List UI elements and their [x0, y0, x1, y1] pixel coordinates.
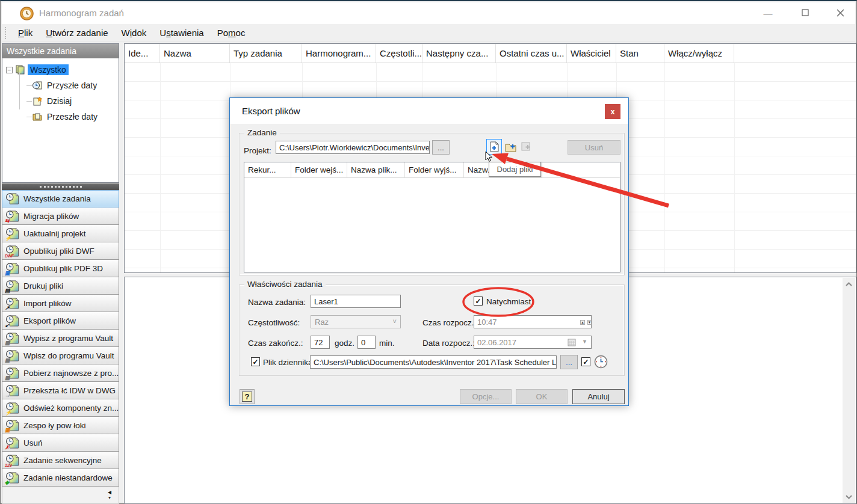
sidebar-item-label: Import plików — [23, 299, 72, 308]
chevron-down-icon[interactable]: ▼ — [582, 339, 587, 345]
add-folder-button[interactable] — [503, 139, 518, 155]
sidebar-item-label: Odśwież komponenty zn... — [23, 404, 119, 413]
task-page-clock-icon: ⚡ — [5, 402, 20, 414]
task-page-clock-icon: 123 — [5, 454, 20, 467]
add-disabled-icon — [521, 142, 531, 152]
column-header-ostatni-czas[interactable]: Ostatni czas u... — [496, 44, 567, 63]
task-type-button-list: Wszystkie zadania ⇆ Migracja plików ⚡ Ua… — [2, 190, 119, 487]
menu-item-plik[interactable]: Plik — [11, 25, 39, 40]
scroll-up-button[interactable] — [843, 278, 855, 290]
sidebar-item-label: Drukuj pliki — [23, 281, 63, 290]
sidebar-item-eksport-plikow[interactable]: ↙ Eksport plików — [2, 312, 119, 330]
vertical-scrollbar[interactable] — [843, 278, 855, 503]
data-rozpocz-input[interactable]: 02.06.2017 ▼ — [474, 336, 592, 349]
log-option-checkbox[interactable]: ✓ — [581, 357, 590, 366]
files-column-folder-wejsciowy[interactable]: Folder wejś... — [291, 162, 347, 177]
sidebar-item-zespoly-powloki[interactable]: ▣ Zespo ły pow łoki — [2, 417, 119, 434]
task-page-clock-icon: ▦ — [5, 367, 20, 380]
tree-item-przyszle-daty[interactable]: Przyszłe daty — [26, 78, 119, 93]
sidebar-item-opublikuj-plik-pdf-3d[interactable]: ▣ Opublikuj plik PDF 3D — [2, 260, 119, 277]
log-browse-button[interactable]: ... — [560, 355, 578, 369]
tree-header: Wszystkie zadania — [2, 44, 119, 58]
sidebar-item-zadanie-sekwencyjne[interactable]: 123 Zadanie sekwencyjne — [2, 452, 119, 469]
sidebar-item-opublikuj-pliki-dwf[interactable]: DWF Opublikuj pliki DWF — [2, 242, 119, 260]
czestotliwosc-select[interactable]: Raz ˅ — [311, 315, 401, 328]
column-header-harmonogram[interactable]: Harmonogram... — [302, 44, 376, 63]
sidebar-item-migracja-plikow[interactable]: ⇆ Migracja plików — [2, 207, 119, 225]
column-header-wlasciciel[interactable]: Właściciel — [567, 44, 616, 63]
tree-item-dzisiaj[interactable]: Dzisiaj — [26, 93, 119, 109]
projekt-label: Projekt: — [244, 146, 271, 155]
scroll-down-button[interactable] — [843, 491, 855, 503]
sidebar-item-odswiez-komponenty[interactable]: ⚡ Odśwież komponenty zn... — [2, 399, 119, 417]
sidebar-item-wszystkie-zadania[interactable]: Wszystkie zadania — [2, 190, 119, 207]
projekt-browse-button[interactable]: ... — [432, 140, 450, 155]
sidebar-item-label: Zadanie niestandardowe — [23, 473, 113, 482]
clock-icon — [594, 355, 608, 369]
sidebar-item-wpisz-do-programu-vault[interactable]: ▦ Wpisz do programu Vault — [2, 347, 119, 364]
tooltip-dodaj-pliki: Dodaj pliki — [489, 162, 541, 177]
tree-item-label[interactable]: Dzisiaj — [45, 96, 74, 106]
time-spinner[interactable]: ▲ ▼ — [580, 316, 590, 327]
menu-item-pomoc[interactable]: Pomoc — [211, 25, 252, 40]
sidebar-item-drukuj-pliki[interactable]: ▤ Drukuj pliki — [2, 277, 119, 295]
czas-rozpocz-input[interactable]: 10:47 ▲ ▼ — [474, 315, 592, 328]
menu-item-ustawienia[interactable]: Ustawienia — [153, 25, 210, 40]
files-column-folder-wyjsciowy[interactable]: Folder wyjś... — [405, 162, 464, 177]
maximize-button[interactable] — [795, 2, 815, 23]
column-header-identyfikator[interactable]: Ide... — [125, 44, 160, 63]
menu-item-utworz-zadanie[interactable]: Utwórz zadanie — [39, 25, 114, 40]
minimize-button[interactable]: — — [758, 2, 778, 23]
sidebar-item-label: Wypisz z programu Vault — [23, 334, 113, 343]
menu-item-widok[interactable]: Widok — [115, 25, 153, 40]
column-header-stan[interactable]: Stan — [616, 44, 664, 63]
tree-expander-icon[interactable]: − — [6, 67, 13, 73]
dialog-title: Eksport plików — [242, 106, 300, 116]
tree-item-przeszle-daty[interactable]: Przeszłe daty — [26, 109, 119, 124]
add-project-button-disabled[interactable] — [518, 139, 534, 155]
all-tasks-icon — [15, 65, 26, 75]
collapse-arrows-icon[interactable]: ◂▾ — [108, 489, 111, 501]
dialog-title-bar[interactable]: Eksport plików x — [230, 98, 628, 124]
future-dates-icon — [32, 81, 43, 90]
files-column-rekurencja[interactable]: Rekur... — [244, 162, 291, 177]
column-header-typ-zadania[interactable]: Typ zadania — [230, 44, 302, 63]
sidebar-item-przeksztalc-idw-w-dwg[interactable]: → Przekszta łć IDW w DWG — [2, 382, 119, 399]
tree-item-label[interactable]: Przyszłe daty — [45, 80, 99, 91]
natychmiast-checkbox[interactable]: ✓ — [474, 297, 483, 306]
opcje-button[interactable]: Opcje... — [460, 389, 512, 404]
sidebar-item-usun[interactable]: ✗ Usuń — [2, 434, 119, 452]
sidebar-item-label: Migracja plików — [23, 212, 79, 221]
anuluj-button[interactable]: Anuluj — [572, 389, 625, 404]
files-column-nazwa-pliku[interactable]: Nazwa plik... — [347, 162, 405, 177]
dialog-close-button[interactable]: x — [605, 104, 620, 119]
tree-item-label[interactable]: Wszystko — [28, 64, 69, 75]
plik-dziennika-checkbox[interactable]: ✓ — [251, 357, 260, 366]
spinner-up-icon[interactable]: ▲ — [580, 320, 585, 325]
column-header-nastepny-czas[interactable]: Następny cza... — [422, 44, 496, 63]
nazwa-zadania-input[interactable]: Laser1 — [311, 295, 401, 308]
usun-button[interactable]: Usuń — [568, 140, 620, 155]
column-header-nazwa[interactable]: Nazwa — [160, 44, 230, 63]
ok-button[interactable]: OK — [516, 389, 568, 404]
projekt-input[interactable]: C:\Users\Piotr.Wiorkiewicz\Documents\Inv… — [276, 141, 430, 154]
sidebar-item-label: Pobierz najnowsze z pro... — [23, 369, 119, 378]
godz-input[interactable]: 72 — [311, 336, 330, 349]
min-input[interactable]: 0 — [357, 336, 376, 349]
sidebar-item-wypisz-z-programu-vault[interactable]: ▦ Wypisz z programu Vault — [2, 330, 119, 347]
sidebar-item-import-plikow[interactable]: ↗ Import plików — [2, 295, 119, 312]
sidebar-item-zadanie-niestandardowe[interactable]: ◆ Zadanie niestandardowe — [2, 469, 119, 487]
column-header-czestotliwosc[interactable]: Częstotli... — [376, 44, 422, 63]
window-frame: Harmonogram zadań — Plik Utwórz zadanie … — [0, 0, 857, 504]
sidebar-item-uaktualnij-projekt[interactable]: ⚡ Uaktualnij projekt — [2, 225, 119, 242]
sidebar-item-pobierz-najnowsze[interactable]: ▦ Pobierz najnowsze z pro... — [2, 364, 119, 382]
column-header-wlacz-wylacz[interactable]: Włącz/wyłącz — [664, 44, 734, 63]
help-button[interactable]: ? — [240, 389, 255, 404]
plik-dziennika-input[interactable]: C:\Users\Public\Documents\Autodesk\Inven… — [310, 355, 557, 369]
sidebar-splitter-handle[interactable] — [2, 183, 119, 190]
spinner-down-icon[interactable]: ▼ — [587, 320, 592, 325]
sidebar-item-label: Uaktualnij projekt — [23, 229, 86, 238]
czas-zakoncz-label: Czas zakończ.: — [248, 339, 303, 348]
close-button[interactable] — [830, 2, 850, 23]
tree-item-label[interactable]: Przeszłe daty — [45, 111, 100, 122]
